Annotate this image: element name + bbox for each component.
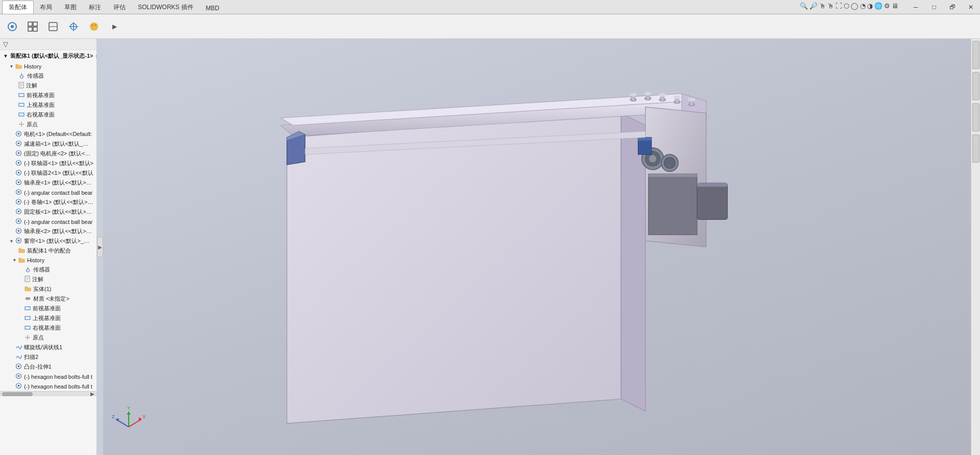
half-circle-icon[interactable]: ◑ (867, 2, 873, 10)
tree-item-2[interactable]: 注解 (0, 81, 97, 90)
menu-tab-标注[interactable]: 标注 (83, 1, 107, 14)
tree-item-27[interactable]: 右视基准面 (0, 323, 97, 333)
tree-item-4[interactable]: 上视基准面 (0, 100, 97, 110)
tree-item-29[interactable]: 螺旋线/涡状线1 (0, 343, 97, 352)
tree-item-19[interactable]: 装配体1 中的配合 (0, 246, 97, 256)
svg-rect-2 (28, 22, 32, 26)
scroll-arrow-right[interactable]: ▶ (90, 391, 94, 397)
right-panel-btn-4[interactable] (972, 134, 979, 163)
tree-item-17[interactable]: 轴承座<2> (默认<<默认>_显 (0, 226, 97, 236)
tree-icon-14 (15, 198, 22, 206)
cursor-icon[interactable]: 🖱 (819, 2, 826, 10)
tree-icon-5 (18, 112, 25, 118)
tree-label-2: 注解 (26, 82, 37, 89)
svg-rect-57 (25, 316, 30, 320)
hex-icon[interactable]: ⬡ (844, 2, 849, 10)
right-panel-btn-1[interactable] (972, 41, 979, 69)
search-tool-icon[interactable]: 🔍 (800, 2, 808, 10)
menu-tab-SOLIDWORKS-插件[interactable]: SOLIDWORKS 插件 (132, 1, 200, 14)
root-label: 装配体1 (默认<默认_显示状态-1> (10, 52, 93, 60)
main-toolbar: ▶ (0, 14, 980, 39)
assembly-tool-button[interactable] (3, 17, 21, 36)
grid-tool-button[interactable] (23, 17, 42, 36)
svg-point-13 (94, 24, 97, 26)
tree-item-10[interactable]: (-) 联轴器<1> (默认<<默认> (0, 158, 97, 168)
tree-item-21[interactable]: 传感器 (0, 265, 97, 275)
tree-item-16[interactable]: (-) angular contact ball bear (0, 217, 97, 226)
menu-tab-草图[interactable]: 草图 (58, 1, 83, 14)
svg-point-44 (18, 220, 20, 222)
tree-label-7: 电机<1> (Default<<Default: (24, 130, 92, 138)
right-panel-btn-2[interactable] (972, 72, 979, 100)
tree-item-26[interactable]: 上视基准面 (0, 313, 97, 323)
svg-rect-55 (26, 298, 30, 300)
svg-point-30 (17, 152, 19, 154)
tree-icon-15 (15, 208, 22, 216)
close-button[interactable]: ✕ (962, 0, 980, 14)
viewport[interactable]: X Y Z (103, 39, 971, 455)
circle-fill-icon[interactable]: ◔ (860, 2, 866, 10)
settings-icon[interactable]: ⚙ (884, 2, 890, 10)
tree-root[interactable]: ▼ 装配体1 (默认<默认_显示状态-1> ↕ (0, 50, 97, 62)
tree-item-23[interactable]: 实体(1) (0, 284, 97, 294)
tree-label-16: (-) angular contact ball bear (24, 219, 93, 225)
tree-item-13[interactable]: (-) angular contact ball bear (0, 188, 97, 197)
maximize-button[interactable]: □ (925, 0, 943, 14)
tree-item-0[interactable]: ▼History (0, 62, 97, 71)
appearance-tool-button[interactable] (85, 17, 103, 36)
tree-item-7[interactable]: 电机<1> (Default<<Default: (0, 129, 97, 139)
tree-label-29: 螺旋线/涡状线1 (24, 344, 62, 351)
menu-tab-MBD[interactable]: MBD (200, 3, 226, 14)
menu-tab-评估[interactable]: 评估 (107, 1, 132, 14)
circle-icon[interactable]: ◯ (851, 2, 858, 10)
tree-label-4: 上视基准面 (27, 101, 55, 109)
tree-item-18[interactable]: ▼窗帘<1> (默认<<默认>_显示 (0, 236, 97, 246)
cursor2-icon[interactable]: 🖱 (827, 2, 834, 10)
sidebar-scrollbar[interactable]: ▶ (0, 391, 97, 396)
menu-tab-装配体[interactable]: 装配体 (2, 1, 34, 14)
tree-item-9[interactable]: (固定) 电机座<2> (默认<<默 (0, 149, 97, 158)
tree-item-20[interactable]: ▼History (0, 256, 97, 265)
tree-item-5[interactable]: 右视基准面 (0, 110, 97, 120)
tree-item-30[interactable]: 扫描2 (0, 352, 97, 362)
tree-item-11[interactable]: (-) 联轴器2<1> (默认<<默认 (0, 168, 97, 178)
tree-item-31[interactable]: 凸台-拉伸1 (0, 362, 97, 372)
right-panel-btn-3[interactable] (972, 103, 979, 131)
tree-item-6[interactable]: 原点 (0, 120, 97, 129)
sidebar-expand-handle[interactable]: ▶ (97, 237, 103, 257)
monitor-icon[interactable]: 🖥 (892, 2, 898, 10)
svg-point-28 (17, 143, 19, 145)
tree-item-12[interactable]: 轴承座<1> (默认<<默认>_显 (0, 178, 97, 188)
restore-button[interactable]: 🗗 (943, 0, 962, 14)
tree-item-24[interactable]: 材质 <未指定> (0, 294, 97, 304)
sidebar-scrollbar-thumb[interactable] (2, 392, 33, 396)
tree-icon-0 (15, 63, 22, 70)
toolbar-more-button[interactable]: ▶ (105, 17, 124, 36)
zoom-tool-icon[interactable]: 🔎 (809, 2, 818, 10)
globe-icon[interactable]: 🌐 (874, 2, 882, 10)
tree-item-15[interactable]: 固定板<1> (默认<<默认>_显 (0, 207, 97, 217)
tree-label-0: History (24, 63, 41, 70)
minimize-button[interactable]: ─ (906, 0, 925, 14)
tree-label-20: History (27, 257, 44, 263)
menu-tab-布局[interactable]: 布局 (34, 1, 58, 14)
component-tool-button[interactable] (44, 17, 62, 36)
tree-icon-3 (18, 93, 25, 99)
svg-point-84 (644, 92, 651, 96)
tree-item-1[interactable]: 传感器 (0, 71, 97, 81)
frame-icon[interactable]: ⛶ (835, 2, 842, 10)
svg-point-98 (664, 157, 675, 168)
tree-icon-33 (15, 382, 22, 390)
tree-item-33[interactable]: (-) hexagon head bolts-full t (0, 381, 97, 391)
top-toolbar-right: 🔍 🔎 🖱 🖱 ⛶ ⬡ ◯ ◔ ◑ 🌐 ⚙ 🖥 (800, 2, 898, 10)
tree-item-3[interactable]: 前视基准面 (0, 90, 97, 100)
tree-item-22[interactable]: 注解 (0, 275, 97, 284)
tree-label-28: 原点 (33, 334, 44, 342)
tree-item-8[interactable]: 减速箱<1> (默认<默认_显示 (0, 139, 97, 149)
tree-item-28[interactable]: 原点 (0, 333, 97, 343)
tree-item-32[interactable]: (-) hexagon head bolts-full t (0, 372, 97, 381)
svg-point-14 (20, 75, 23, 78)
tree-item-14[interactable]: (-) 卷轴<1> (默认<<默认>_显 (0, 197, 97, 207)
crosshair-tool-button[interactable] (64, 17, 83, 36)
tree-item-25[interactable]: 前视基准面 (0, 304, 97, 313)
